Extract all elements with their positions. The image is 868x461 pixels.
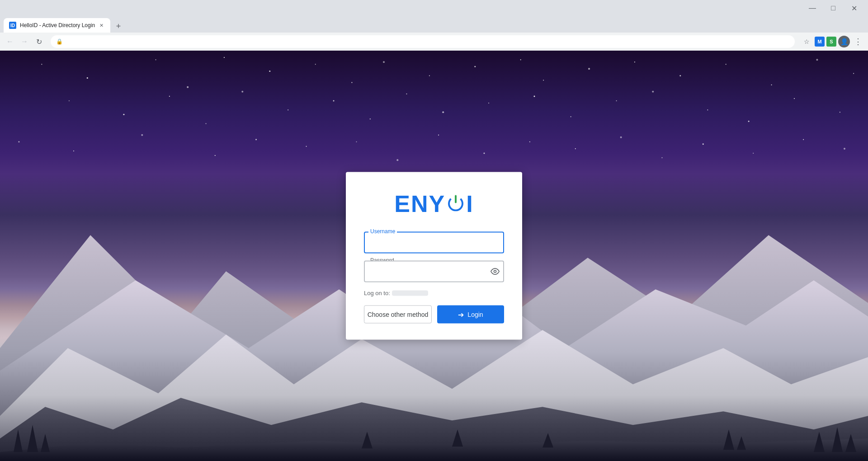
password-input[interactable] [364,261,504,282]
bookmark-button[interactable]: ☆ [800,35,813,48]
svg-point-2 [156,59,156,60]
browser-chrome: — □ ✕ ID HelloID - Active Directory Logi… [0,0,868,51]
svg-point-37 [794,98,795,99]
svg-point-44 [306,146,307,147]
svg-point-36 [748,121,750,122]
s-extension-icon[interactable]: S [826,37,836,47]
svg-point-54 [753,153,754,154]
svg-point-8 [383,61,385,63]
window-controls: — □ ✕ [802,1,864,15]
svg-point-3 [187,86,189,88]
svg-point-23 [206,123,207,124]
svg-point-35 [707,109,708,110]
svg-point-51 [620,136,622,138]
log-on-to: Log on to: [364,290,504,296]
svg-point-18 [816,59,818,61]
active-tab[interactable]: ID HelloID - Active Directory Login ✕ [4,18,110,33]
logo-text-i: I [466,190,473,217]
svg-point-32 [571,116,571,117]
svg-point-29 [442,111,444,113]
svg-point-26 [333,100,335,101]
svg-point-22 [169,96,170,97]
svg-point-15 [679,75,681,76]
password-wrapper [364,261,504,282]
new-tab-button[interactable]: + [112,20,125,33]
log-on-to-label: Log on to: [364,290,390,296]
svg-point-56 [844,148,845,150]
svg-point-21 [123,114,124,115]
svg-point-42 [215,155,216,156]
password-field-group: Password [364,261,504,282]
logo-area: ENY I [364,190,504,217]
tab-bar: ID HelloID - Active Directory Login ✕ + [0,16,868,33]
svg-point-31 [533,95,535,97]
svg-point-38 [840,112,840,113]
close-button[interactable]: ✕ [844,1,864,15]
svg-point-27 [370,118,371,119]
toolbar-actions: ☆ M S 👤 ⋮ [800,35,864,48]
svg-point-25 [288,109,288,110]
login-card: ENY I Username Password [346,172,522,340]
svg-point-16 [726,64,726,65]
toolbar: ← → ↻ 🔒 ☆ M S 👤 ⋮ [0,33,868,51]
minimize-button[interactable]: — [802,1,823,15]
svg-point-34 [652,91,654,93]
svg-point-6 [315,64,316,65]
svg-point-41 [141,134,143,136]
username-input[interactable] [364,232,504,254]
svg-point-73 [494,270,496,273]
logo-power-icon [446,194,465,213]
svg-point-1 [87,77,88,79]
svg-point-39 [18,141,19,142]
svg-point-4 [224,57,225,58]
browser-window: — □ ✕ ID HelloID - Active Directory Logi… [0,0,868,461]
maximize-button[interactable]: □ [823,1,844,15]
username-field-group: Username [364,232,504,254]
button-row: Choose other method ➔ Login [364,306,504,324]
svg-point-52 [661,157,662,158]
svg-point-11 [520,59,521,60]
svg-point-7 [351,82,352,83]
tab-close-button[interactable]: ✕ [98,22,105,29]
svg-point-24 [241,91,243,93]
svg-point-13 [588,68,590,70]
svg-point-49 [529,141,530,142]
tab-favicon: ID [9,22,16,29]
svg-point-48 [483,152,485,154]
svg-point-14 [634,61,635,62]
svg-point-12 [543,80,544,81]
svg-point-20 [69,100,70,101]
choose-other-method-button[interactable]: Choose other method [364,306,432,324]
reload-button[interactable]: ↻ [33,35,45,48]
username-label: Username [368,228,397,235]
address-bar[interactable]: 🔒 [51,35,795,48]
svg-point-55 [803,139,804,140]
svg-point-33 [616,100,617,101]
tab-title: HelloID - Active Directory Login [20,22,95,28]
svg-point-45 [356,141,357,142]
page-content: ENY I Username Password [0,51,868,461]
show-password-button[interactable] [491,267,500,276]
svg-point-10 [474,66,476,67]
svg-point-40 [73,151,74,151]
forward-button[interactable]: → [18,35,31,48]
profile-button[interactable]: 👤 [838,36,850,47]
svg-point-30 [488,103,489,103]
ms-extension-icon[interactable]: M [815,37,825,47]
logo: ENY I [394,190,473,217]
menu-button[interactable]: ⋮ [852,35,864,48]
svg-point-53 [703,143,704,145]
svg-point-5 [269,71,270,72]
login-arrow-icon: ➔ [458,310,464,319]
log-on-to-domain [392,290,428,296]
svg-point-28 [406,94,407,94]
svg-point-0 [41,64,42,65]
svg-point-50 [575,148,576,149]
back-button[interactable]: ← [4,35,16,48]
title-bar: — □ ✕ [0,0,868,16]
logo-text-eny: ENY [394,190,445,217]
svg-point-19 [853,73,854,74]
svg-point-17 [771,85,772,85]
login-button[interactable]: ➔ Login [437,306,504,324]
lock-icon: 🔒 [56,38,63,45]
